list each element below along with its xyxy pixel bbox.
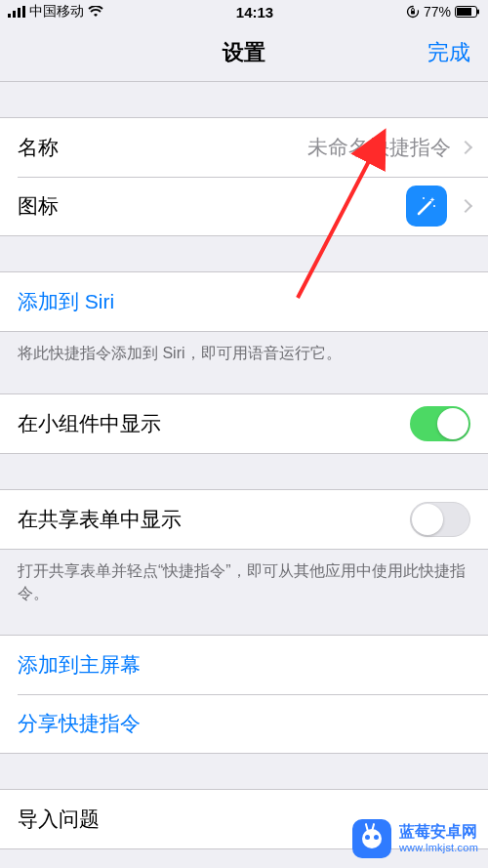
- group-share-sheet: 在共享表单中显示: [0, 489, 488, 550]
- chevron-right-icon: [459, 199, 472, 213]
- svg-rect-2: [18, 8, 20, 18]
- row-show-in-share-sheet-label: 在共享表单中显示: [18, 506, 182, 533]
- nav-bar: 设置 完成: [0, 23, 488, 82]
- group-actions: 添加到主屏幕 分享快捷指令: [0, 635, 488, 754]
- svg-point-10: [433, 205, 435, 207]
- shortcut-icon: [406, 186, 447, 227]
- row-icon-label: 图标: [18, 192, 59, 220]
- row-name[interactable]: 名称 未命名快捷指令: [0, 118, 488, 177]
- svg-rect-8: [477, 10, 479, 15]
- row-name-value: 未命名快捷指令: [307, 134, 451, 161]
- row-import-questions-label: 导入问题: [18, 806, 100, 833]
- row-icon[interactable]: 图标: [0, 177, 488, 235]
- svg-point-9: [423, 197, 425, 199]
- svg-rect-0: [8, 14, 11, 18]
- switch-show-in-share-sheet[interactable]: [410, 502, 470, 537]
- svg-rect-1: [13, 11, 16, 18]
- page-title: 设置: [223, 38, 265, 67]
- watermark-logo: [352, 819, 391, 858]
- watermark-name: 蓝莓安卓网: [399, 823, 478, 841]
- group-general: 名称 未命名快捷指令 图标: [0, 117, 488, 236]
- row-add-to-siri[interactable]: 添加到 Siri: [0, 272, 488, 331]
- wand-icon: [415, 194, 438, 218]
- signal-icon: [8, 6, 25, 18]
- wifi-icon: [88, 6, 103, 18]
- row-show-in-widget: 在小组件中显示: [0, 394, 488, 453]
- footer-siri: 将此快捷指令添加到 Siri，即可用语音运行它。: [0, 332, 488, 364]
- status-time: 14:13: [236, 4, 273, 21]
- footer-share-sheet: 打开共享表单并轻点“快捷指令”，即可从其他应用中使用此快捷指令。: [0, 550, 488, 604]
- switch-show-in-widget[interactable]: [410, 406, 470, 441]
- status-left: 中国移动: [8, 3, 103, 21]
- lock-rotation-icon: [406, 5, 420, 19]
- row-add-to-home-label: 添加到主屏幕: [18, 651, 141, 679]
- done-button[interactable]: 完成: [427, 38, 470, 67]
- status-bar: 中国移动 14:13 77%: [0, 0, 488, 23]
- row-add-to-home[interactable]: 添加到主屏幕: [0, 636, 488, 694]
- row-add-to-siri-label: 添加到 Siri: [18, 288, 114, 315]
- group-widget: 在小组件中显示: [0, 393, 488, 454]
- carrier-text: 中国移动: [29, 3, 84, 21]
- battery-icon: [455, 6, 480, 18]
- chevron-right-icon: [459, 141, 472, 154]
- svg-rect-7: [457, 8, 471, 16]
- svg-rect-3: [22, 6, 25, 18]
- row-show-in-share-sheet: 在共享表单中显示: [0, 490, 488, 549]
- row-share-shortcut-label: 分享快捷指令: [18, 710, 141, 737]
- battery-text: 77%: [424, 4, 451, 20]
- watermark-url: www.lmkjst.com: [399, 842, 478, 854]
- row-share-shortcut[interactable]: 分享快捷指令: [0, 694, 488, 753]
- svg-rect-5: [411, 11, 415, 15]
- status-right: 77%: [406, 4, 480, 20]
- row-show-in-widget-label: 在小组件中显示: [18, 410, 161, 437]
- watermark: 蓝莓安卓网 www.lmkjst.com: [352, 819, 478, 858]
- row-name-label: 名称: [18, 134, 59, 161]
- group-siri: 添加到 Siri: [0, 271, 488, 332]
